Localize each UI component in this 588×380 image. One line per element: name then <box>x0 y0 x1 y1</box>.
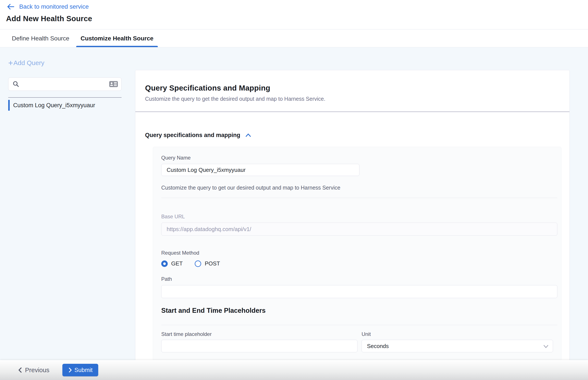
query-name-helper: Customize the query to get our desired o… <box>161 185 553 191</box>
top-header: Back to monitored service Add New Health… <box>0 0 588 29</box>
app-root: Back to monitored service Add New Health… <box>0 0 588 380</box>
radio-get-label: GET <box>171 260 183 267</box>
submit-label: Submit <box>74 367 93 374</box>
request-method-label: Request Method <box>161 250 553 256</box>
chevron-right-icon <box>68 367 72 373</box>
placeholders-heading: Start and End Time Placeholders <box>161 307 553 315</box>
start-time-label: Start time placeholder <box>161 331 358 337</box>
search-icon <box>13 81 19 88</box>
section-toggle[interactable]: Query specifications and mapping <box>145 132 251 139</box>
request-method-group: GET POST <box>161 260 553 267</box>
chevron-left-icon <box>18 367 22 373</box>
plus-icon: + <box>8 60 13 66</box>
tab-define-health-source[interactable]: Define Health Source <box>8 30 74 47</box>
radio-get[interactable]: GET <box>161 260 183 267</box>
query-name-input[interactable] <box>161 164 359 176</box>
previous-label: Previous <box>25 367 50 374</box>
unit-select-value: Seconds <box>367 343 389 349</box>
path-input[interactable] <box>161 285 557 298</box>
query-item-label: Custom Log Query_i5xmyyuaur <box>13 102 95 109</box>
panel-divider <box>135 112 570 112</box>
add-query-label: Add Query <box>13 60 44 66</box>
panel-title: Query Specifications and Mapping <box>145 84 560 92</box>
sidebar-divider <box>8 97 121 98</box>
radio-post-label: POST <box>205 260 220 267</box>
placeholders-labels-row: Start time placeholder Unit <box>161 331 553 337</box>
unit-label: Unit <box>362 331 553 337</box>
section-header-label: Query specifications and mapping <box>145 132 240 139</box>
back-arrow-icon <box>7 3 15 10</box>
chevron-down-icon <box>543 344 549 350</box>
base-url-input <box>161 223 557 236</box>
footer-bar: Previous Submit <box>0 360 588 380</box>
panel-body: Query specifications and mapping Query N… <box>135 132 570 361</box>
query-list-item[interactable]: Custom Log Query_i5xmyyuaur <box>8 99 121 111</box>
query-sidebar: + Add Query Custom Log Query_i5xmyyuaur <box>8 47 121 111</box>
back-link-label: Back to monitored service <box>19 3 89 10</box>
base-url-label: Base URL <box>161 213 553 220</box>
panel-subtitle: Customize the query to get the desired o… <box>145 96 560 102</box>
submit-button[interactable]: Submit <box>62 364 98 376</box>
start-time-input[interactable] <box>161 340 358 352</box>
search-input[interactable] <box>8 77 121 91</box>
form-card: Query Name Customize the query to get ou… <box>153 147 561 361</box>
radio-post[interactable]: POST <box>195 260 220 267</box>
radio-post-circle <box>195 261 201 267</box>
previous-button[interactable]: Previous <box>18 367 50 374</box>
path-label: Path <box>161 276 553 282</box>
panel-header: Query Specifications and Mapping Customi… <box>135 70 570 102</box>
query-list-toggle-icon[interactable] <box>109 81 118 88</box>
query-selected-indicator <box>8 100 10 111</box>
main-panel: Query Specifications and Mapping Customi… <box>135 70 570 380</box>
back-link[interactable]: Back to monitored service <box>7 3 89 10</box>
add-query-button[interactable]: + Add Query <box>8 60 121 66</box>
unit-select[interactable]: Seconds <box>362 340 553 352</box>
content-area: + Add Query Custom Log Query_i5xmyyuaur <box>0 47 588 380</box>
radio-get-circle <box>161 261 168 267</box>
tab-customize-health-source[interactable]: Customize Health Source <box>76 30 158 47</box>
query-name-label: Query Name <box>161 155 553 161</box>
chevron-up-icon <box>245 133 251 138</box>
page-title: Add New Health Source <box>6 14 92 23</box>
query-search <box>8 77 121 91</box>
placeholders-inputs-row: Seconds <box>161 340 553 352</box>
tab-bar: Define Health Source Customize Health So… <box>0 30 588 47</box>
